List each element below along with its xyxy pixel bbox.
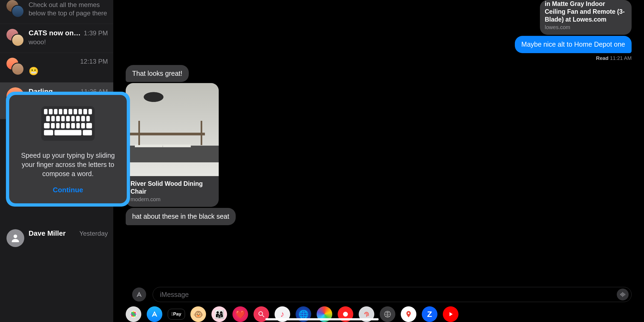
play-icon: [447, 311, 454, 318]
imessage-app-strip: Pay 🐵 👨‍👩‍👧 ❤️ ♪ 🌐 Z: [113, 305, 644, 322]
svg-line-11: [262, 315, 264, 317]
sent-message-bubble[interactable]: Maybe nice alt to Home Depot one: [515, 36, 632, 53]
photos-flower-icon: [129, 310, 138, 319]
globe-grid-icon: [383, 310, 392, 318]
apple-pay-icon[interactable]: Pay: [168, 309, 185, 320]
app-photos-icon[interactable]: [126, 306, 141, 322]
read-receipt: Read 11:21 AM: [596, 55, 632, 61]
memoji-icon[interactable]: 🐵: [190, 306, 206, 322]
link-title: River Solid Wood Dining Chair: [131, 180, 214, 196]
svg-rect-1: [620, 294, 621, 295]
link-image: [126, 83, 219, 176]
tip-popover: Speed up your typing by sliding your fin…: [6, 92, 130, 207]
fingerprint-icon: [362, 310, 371, 318]
conversation-name: CATS now on Zac'…: [29, 29, 81, 37]
conversation-time: 1:39 PM: [84, 29, 108, 37]
message-input-wrap[interactable]: [153, 287, 632, 302]
conversation-time: 12:13 PM: [80, 58, 108, 65]
youtube-icon[interactable]: [443, 306, 458, 322]
app-store-a-icon: [135, 291, 143, 298]
conversation-preview: Check out all the memes below the top of…: [29, 1, 108, 17]
message-thread: in Matte Gray Indoor Ceiling Fan and Rem…: [113, 0, 644, 322]
app-store-icon[interactable]: [147, 306, 162, 322]
conversation-time: Yesterday: [79, 230, 108, 237]
svg-rect-3: [622, 292, 623, 297]
conversation-row[interactable]: CATS now on Zac'… 1:39 PM wooo!: [0, 24, 113, 53]
avatar-group: [6, 0, 24, 18]
link-preview-card[interactable]: in Matte Gray Indoor Ceiling Fan and Rem…: [540, 0, 632, 35]
link-preview-card[interactable]: River Solid Wood Dining Chair modern.com: [126, 83, 219, 207]
svg-rect-5: [625, 294, 625, 295]
people-icon[interactable]: 👨‍👩‍👧: [211, 306, 227, 322]
link-title: in Matte Gray Indoor Ceiling Fan and Rem…: [545, 0, 627, 23]
avatar-group: [6, 58, 24, 76]
tip-text: Speed up your typing by sliding your fin…: [17, 151, 119, 178]
conversation-row[interactable]: Dave Miller Yesterday: [0, 224, 113, 253]
received-message-bubble[interactable]: That looks great!: [126, 65, 189, 82]
svg-point-13: [408, 313, 409, 314]
magnify-icon: [258, 310, 265, 318]
continue-button[interactable]: Continue: [17, 186, 119, 194]
a-letter-icon: [150, 310, 159, 318]
message-input[interactable]: [160, 291, 617, 299]
zillow-icon[interactable]: Z: [422, 306, 437, 322]
conversation-preview: 😬: [29, 66, 108, 76]
avatar: [6, 229, 24, 247]
conversation-preview: wooo!: [29, 38, 108, 46]
google-maps-icon[interactable]: [401, 306, 416, 322]
compose-bar: [113, 284, 644, 305]
more-apps-icon[interactable]: [380, 306, 395, 322]
dictate-button[interactable]: [617, 289, 629, 300]
svg-point-0: [13, 235, 17, 238]
link-domain: modern.com: [131, 196, 214, 203]
link-domain: lowes.com: [545, 24, 627, 30]
svg-point-10: [259, 312, 263, 316]
app-drawer-button[interactable]: [132, 287, 146, 302]
map-pin-icon: [405, 310, 412, 318]
svg-rect-2: [621, 293, 622, 296]
svg-rect-4: [624, 293, 624, 296]
avatar-group: [6, 29, 24, 47]
keyboard-icon: [41, 106, 95, 141]
home-indicator[interactable]: [265, 318, 379, 320]
conversation-row[interactable]: 12:13 PM 😬: [0, 53, 113, 83]
digital-touch-icon[interactable]: ❤️: [232, 306, 248, 322]
received-message-bubble[interactable]: hat about these in the black seat: [126, 208, 236, 225]
waveform-icon: [619, 291, 626, 298]
conversation-name: Dave Miller: [29, 229, 66, 238]
conversation-row[interactable]: Check out all the memes below the top of…: [0, 0, 113, 24]
